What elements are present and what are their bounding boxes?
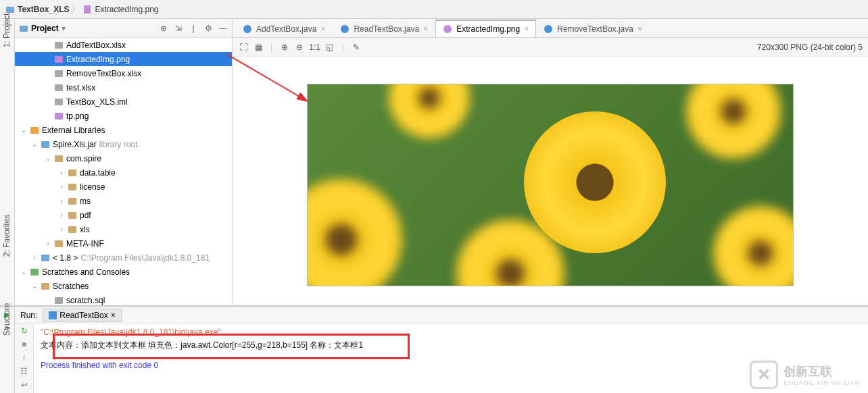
tree-item[interactable]: ›license bbox=[15, 180, 232, 194]
grid-icon[interactable]: ▦ bbox=[253, 42, 264, 53]
rail-favorites[interactable]: 2: Favorites bbox=[3, 215, 12, 257]
svg-rect-11 bbox=[55, 155, 63, 162]
close-icon[interactable]: × bbox=[111, 311, 116, 320]
gear-icon[interactable]: ⚙ bbox=[203, 24, 213, 33]
breadcrumb-root[interactable]: TextBox_XLS bbox=[5, 5, 69, 14]
left-tool-rail: 1: Project 2: Favorites Structure bbox=[0, 19, 15, 305]
watermark-logo: ✕ 创新互联 CHUANG XIN HU LIAN bbox=[750, 361, 860, 389]
tree-item[interactable]: ›xls bbox=[15, 222, 232, 236]
up-icon[interactable]: ↑ bbox=[22, 353, 26, 363]
svg-point-24 bbox=[443, 25, 452, 33]
wrap-icon[interactable]: ↩ bbox=[21, 380, 28, 390]
fullscreen-icon[interactable]: ⛶ bbox=[238, 42, 249, 53]
tree-item[interactable]: scratch.sql bbox=[15, 293, 232, 305]
svg-rect-7 bbox=[55, 99, 63, 105]
svg-rect-14 bbox=[68, 198, 76, 205]
run-panel: ▶ ✦ Run: ReadTextBox × ↻ ■ ↑ ☷ ↩ "C:\Pro… bbox=[0, 305, 868, 393]
logo-brand: 创新互联 bbox=[783, 363, 860, 379]
close-icon[interactable]: × bbox=[524, 24, 529, 34]
run-label: Run: bbox=[20, 311, 37, 320]
rail-structure[interactable]: Structure bbox=[3, 303, 12, 336]
svg-rect-19 bbox=[30, 269, 39, 276]
svg-rect-4 bbox=[55, 56, 63, 63]
editor-tabs: AddTextBox.java×ReadTextBox.java×Extract… bbox=[233, 19, 868, 38]
rail-project[interactable]: 1: Project bbox=[3, 14, 12, 48]
run-rail-2: ↻ ■ ↑ ☷ ↩ bbox=[15, 323, 34, 393]
tree-item[interactable]: ⌄Scratches and Consoles bbox=[15, 265, 232, 279]
logo-pinyin: CHUANG XIN HU LIAN bbox=[783, 379, 860, 386]
sidebar-header: Project ▾ ⊕ ⇲ | ⚙ — bbox=[15, 19, 232, 38]
zoom-out-icon[interactable]: ⊖ bbox=[294, 42, 305, 53]
rerun-icon[interactable]: ↻ bbox=[21, 326, 28, 336]
tree-item[interactable]: tp.png bbox=[15, 109, 232, 123]
svg-point-25 bbox=[544, 25, 552, 33]
image-viewer[interactable] bbox=[233, 57, 868, 305]
fit-icon[interactable]: ◱ bbox=[324, 42, 335, 53]
target-icon[interactable]: ⊕ bbox=[159, 24, 168, 33]
close-icon[interactable]: × bbox=[637, 24, 642, 34]
project-tree[interactable]: AddTextBox.xlsxExtractedImg.pngRemoveTex… bbox=[15, 38, 232, 305]
editor-area: AddTextBox.java×ReadTextBox.java×Extract… bbox=[233, 19, 868, 305]
svg-rect-9 bbox=[30, 127, 39, 134]
image-file-icon bbox=[82, 5, 92, 14]
tree-item[interactable]: ⌄External Libraries bbox=[15, 123, 232, 137]
close-icon[interactable]: × bbox=[423, 24, 428, 34]
tree-item[interactable]: ⌄Scratches bbox=[15, 279, 232, 293]
color-picker-icon[interactable]: ✎ bbox=[351, 42, 362, 53]
svg-point-23 bbox=[341, 25, 349, 33]
layout-icon[interactable]: ☷ bbox=[20, 367, 28, 376]
console-command: "C:\Program Files\Java\jdk1.8.0_181\bin\… bbox=[41, 328, 861, 337]
svg-rect-6 bbox=[55, 84, 63, 91]
stop-icon[interactable]: ■ bbox=[22, 340, 26, 349]
console-exit: Process finished with exit code 0 bbox=[41, 361, 861, 370]
zoom-in-icon[interactable]: ⊕ bbox=[279, 42, 290, 53]
svg-rect-21 bbox=[55, 297, 63, 304]
svg-rect-10 bbox=[41, 141, 49, 148]
project-sidebar: Project ▾ ⊕ ⇲ | ⚙ — AddTextBox.xlsxExtra… bbox=[15, 19, 233, 305]
tree-item[interactable]: ›data.table bbox=[15, 165, 232, 180]
breadcrumb-file[interactable]: ExtractedImg.png bbox=[82, 5, 158, 14]
svg-rect-1 bbox=[84, 5, 91, 14]
image-info: 720x300 PNG (24-bit color) 5 bbox=[757, 43, 863, 52]
tree-item[interactable]: test.xlsx bbox=[15, 80, 232, 95]
chevron-right-icon: 〉 bbox=[72, 3, 80, 15]
tree-item[interactable]: ExtractedImg.png bbox=[15, 52, 232, 66]
tree-item[interactable]: TextBox_XLS.iml bbox=[15, 95, 232, 109]
tree-item[interactable]: ›META-INF bbox=[15, 236, 232, 251]
tree-item[interactable]: RemoveTextBox.xlsx bbox=[15, 66, 232, 80]
tree-item[interactable]: ›pdf bbox=[15, 208, 232, 222]
svg-rect-20 bbox=[41, 283, 49, 290]
tree-item[interactable]: ›< 1.8 > C:\Program Files\Java\jdk1.8.0_… bbox=[15, 251, 232, 265]
svg-rect-3 bbox=[55, 42, 63, 49]
svg-rect-2 bbox=[20, 26, 28, 32]
editor-tab[interactable]: ReadTextBox.java× bbox=[333, 20, 435, 37]
svg-rect-16 bbox=[68, 226, 76, 233]
close-icon[interactable]: × bbox=[320, 24, 325, 34]
console-output[interactable]: "C:\Program Files\Java\jdk1.8.0_181\bin\… bbox=[34, 323, 868, 393]
divider: | bbox=[189, 24, 198, 33]
svg-rect-15 bbox=[68, 212, 76, 219]
dropdown-arrow-icon[interactable]: ▾ bbox=[62, 24, 66, 33]
editor-tab[interactable]: ExtractedImg.png× bbox=[435, 20, 536, 37]
logo-mark-icon: ✕ bbox=[750, 361, 778, 389]
svg-rect-8 bbox=[55, 113, 63, 120]
svg-rect-5 bbox=[55, 70, 63, 77]
breadcrumb: TextBox_XLS 〉 ExtractedImg.png bbox=[0, 0, 868, 19]
console-line: 文本内容：添加文本到文本框 填充色：java.awt.Color[r=255,g… bbox=[41, 340, 861, 351]
expand-icon[interactable]: ⇲ bbox=[174, 24, 183, 33]
editor-tab[interactable]: AddTextBox.java× bbox=[235, 20, 333, 37]
svg-rect-12 bbox=[68, 169, 76, 176]
image-toolbar: ⛶ ▦ | ⊕ ⊖ 1:1 ◱ | ✎ 720x300 PNG (24-bit … bbox=[233, 38, 868, 57]
tree-item[interactable]: AddTextBox.xlsx bbox=[15, 38, 232, 52]
sidebar-title: Project bbox=[31, 24, 59, 33]
svg-rect-13 bbox=[68, 184, 76, 190]
zoom-ratio[interactable]: 1:1 bbox=[309, 43, 320, 52]
tree-item[interactable]: ⌄com.spire bbox=[15, 151, 232, 165]
svg-rect-18 bbox=[41, 255, 49, 261]
run-tab[interactable]: ReadTextBox × bbox=[43, 309, 121, 322]
minimize-icon[interactable]: — bbox=[218, 24, 228, 33]
editor-tab[interactable]: RemoveTextBox.java× bbox=[536, 20, 650, 37]
tree-item[interactable]: ⌄Spire.Xls.jar library root bbox=[15, 137, 232, 151]
tree-item[interactable]: ›ms bbox=[15, 194, 232, 208]
run-header: Run: ReadTextBox × bbox=[15, 307, 868, 323]
